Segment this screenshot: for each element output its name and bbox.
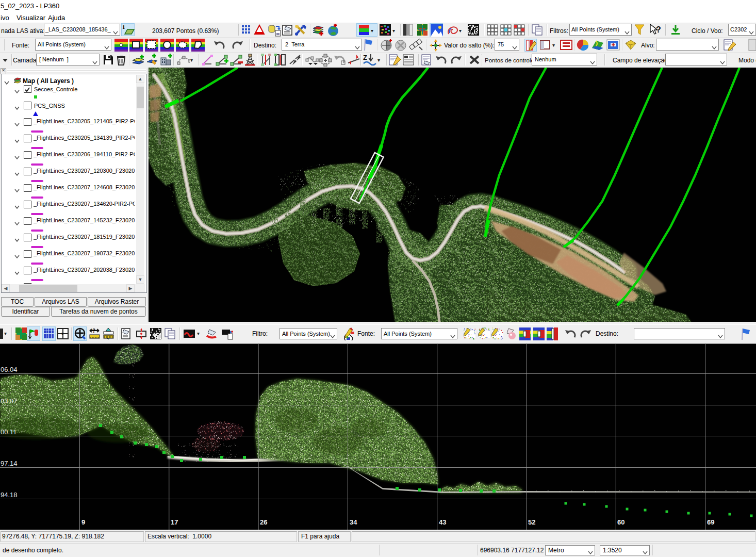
svg-text:03.07: 03.07 bbox=[1, 397, 18, 405]
svg-text:?: ? bbox=[656, 25, 661, 34]
svg-text:17: 17 bbox=[171, 518, 178, 526]
svg-text:69: 69 bbox=[707, 518, 714, 526]
svg-text:Z: Z bbox=[363, 54, 367, 61]
svg-text:06.04: 06.04 bbox=[1, 366, 18, 373]
svg-text:52: 52 bbox=[528, 518, 535, 526]
svg-text:00.11: 00.11 bbox=[1, 428, 17, 436]
svg-text:94.18: 94.18 bbox=[1, 491, 18, 499]
svg-text:x: x bbox=[61, 331, 64, 336]
svg-text:43: 43 bbox=[439, 518, 446, 526]
svg-text:?: ? bbox=[92, 328, 95, 334]
svg-text:9: 9 bbox=[81, 518, 85, 526]
svg-text:97.14: 97.14 bbox=[1, 460, 18, 467]
svg-text:60: 60 bbox=[617, 518, 624, 526]
svg-text:34: 34 bbox=[350, 518, 357, 526]
svg-text:26: 26 bbox=[260, 518, 267, 526]
